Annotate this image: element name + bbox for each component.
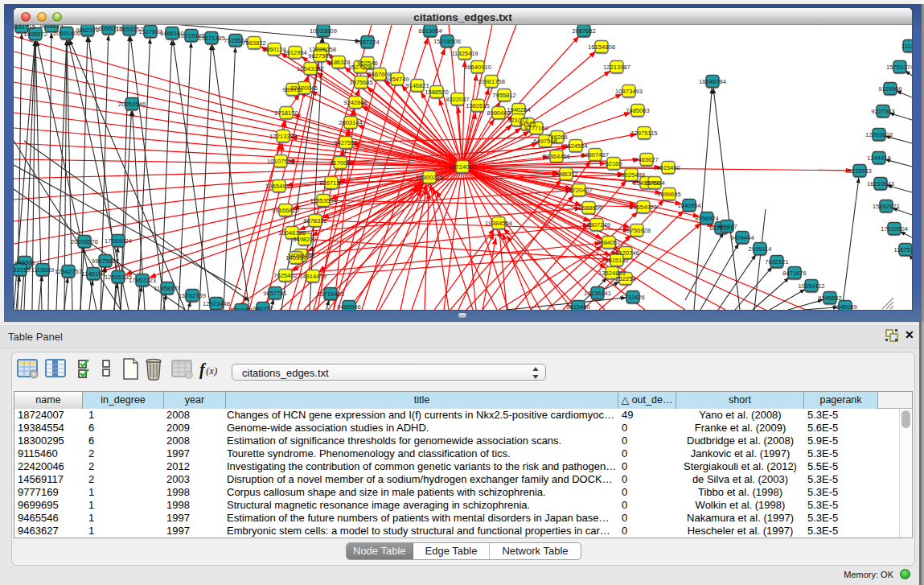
svg-text:12093823: 12093823 [865, 131, 893, 138]
svg-text:7485063: 7485063 [626, 107, 650, 114]
svg-text:1244419: 1244419 [867, 154, 891, 162]
svg-text:(x): (x) [206, 365, 217, 377]
svg-text:15751074: 15751074 [886, 64, 912, 71]
svg-text:9515460: 9515460 [566, 303, 590, 310]
svg-text:12923448: 12923448 [203, 300, 230, 307]
svg-text:8186328: 8186328 [326, 59, 351, 66]
svg-text:14136141: 14136141 [584, 290, 611, 297]
svg-text:20364456: 20364456 [543, 153, 570, 160]
svg-text:10671385: 10671385 [198, 35, 225, 42]
svg-text:3624554: 3624554 [564, 142, 588, 150]
svg-text:20206576: 20206576 [71, 238, 98, 245]
svg-text:10654112: 10654112 [798, 282, 824, 290]
svg-text:9242848: 9242848 [343, 99, 368, 106]
svg-text:19654935: 19654935 [265, 183, 293, 190]
svg-text:252254: 252254 [615, 275, 635, 282]
svg-text:16120746: 16120746 [612, 249, 639, 257]
svg-text:15218506: 15218506 [433, 38, 461, 45]
svg-text:946352: 946352 [253, 305, 273, 310]
svg-text:933159: 933159 [14, 266, 31, 274]
svg-text:2718170: 2718170 [274, 109, 298, 117]
svg-text:948501: 948501 [14, 259, 35, 266]
svg-text:10807487: 10807487 [581, 151, 609, 159]
svg-text:10973493: 10973493 [615, 88, 643, 95]
svg-text:7955812: 7955812 [492, 92, 516, 99]
svg-text:18807249: 18807249 [583, 221, 610, 229]
svg-text:9129966: 9129966 [878, 85, 902, 93]
svg-text:18300215: 18300215 [416, 174, 443, 181]
svg-text:1733426: 1733426 [621, 294, 645, 301]
svg-text:9465546: 9465546 [337, 303, 361, 310]
svg-text:10107553: 10107553 [267, 158, 294, 165]
svg-text:15716485: 15716485 [317, 290, 344, 298]
svg-text:15720407: 15720407 [565, 187, 593, 194]
svg-text:10025488: 10025488 [618, 171, 645, 179]
svg-text:15692971: 15692971 [873, 203, 900, 210]
svg-text:20053546: 20053546 [118, 101, 146, 108]
svg-text:17359924: 17359924 [105, 237, 132, 245]
svg-text:1405572: 1405572 [23, 31, 47, 38]
svg-text:7625402: 7625402 [273, 272, 298, 279]
svg-text:3215933: 3215933 [848, 167, 872, 175]
svg-text:8471676: 8471676 [782, 270, 807, 277]
svg-text:8878332: 8878332 [303, 217, 327, 225]
svg-text:7632621: 7632621 [765, 258, 789, 266]
svg-text:12505135: 12505135 [105, 274, 132, 281]
svg-text:1115689: 1115689 [31, 266, 54, 274]
svg-text:16782759: 16782759 [179, 292, 206, 299]
svg-text:20151715: 20151715 [14, 25, 35, 31]
svg-text:917008: 917008 [330, 159, 350, 167]
svg-text:9515460: 9515460 [656, 164, 680, 171]
svg-text:12213389: 12213389 [269, 133, 297, 140]
svg-text:9463627: 9463627 [634, 156, 659, 163]
svg-text:1940284: 1940284 [507, 106, 531, 113]
svg-text:10688609: 10688609 [575, 204, 602, 212]
svg-text:19166825: 19166825 [272, 207, 299, 214]
svg-text:12975115: 12975115 [630, 130, 657, 137]
svg-text:1362615: 1362615 [466, 102, 490, 109]
svg-text:11325419: 11325419 [451, 50, 478, 57]
svg-text:9857791: 9857791 [263, 290, 287, 297]
svg-text:10961758: 10961758 [478, 78, 505, 85]
svg-text:1145194: 1145194 [82, 270, 105, 278]
svg-text:8912954: 8912954 [283, 49, 307, 56]
svg-text:19384554: 19384554 [485, 220, 512, 227]
svg-text:8958924: 8958924 [695, 215, 719, 222]
svg-text:14914479: 14914479 [299, 273, 326, 280]
svg-text:2087682: 2087682 [572, 27, 596, 35]
svg-text:7857224: 7857224 [355, 39, 380, 46]
svg-text:9777169: 9777169 [524, 125, 548, 132]
svg-text:1588520: 1588520 [425, 89, 449, 96]
svg-text:7986372: 7986372 [554, 171, 578, 178]
svg-text:17010504: 17010504 [881, 225, 908, 233]
svg-text:16543382: 16543382 [297, 65, 324, 72]
svg-text:62160: 62160 [605, 160, 622, 167]
svg-text:11353594: 11353594 [310, 197, 336, 204]
svg-text:17957223: 17957223 [129, 277, 156, 284]
svg-text:1640954: 1640954 [677, 202, 701, 209]
svg-text:16210643: 16210643 [867, 180, 894, 187]
svg-text:9245652: 9245652 [818, 295, 842, 302]
svg-text:18724007: 18724007 [449, 163, 476, 171]
svg-text:9227343: 9227343 [871, 108, 895, 115]
svg-text:11121: 11121 [901, 43, 912, 50]
svg-text:3498222: 3498222 [293, 236, 317, 243]
svg-text:1615132: 1615132 [605, 257, 629, 264]
svg-text:1527602: 1527602 [138, 28, 162, 35]
svg-text:1167534: 1167534 [894, 246, 913, 253]
svg-text:16648784: 16648784 [699, 78, 726, 85]
svg-text:9474444: 9474444 [730, 234, 754, 241]
svg-text:10033809: 10033809 [310, 27, 337, 35]
svg-text:1292251: 1292251 [229, 307, 253, 310]
svg-text:11958107: 11958107 [154, 285, 180, 292]
svg-text:8813054: 8813054 [418, 27, 442, 35]
svg-text:99975887: 99975887 [92, 257, 119, 265]
svg-text:8427552: 8427552 [334, 139, 358, 146]
svg-text:949197: 949197 [717, 223, 737, 230]
svg-text:140994: 140994 [285, 254, 306, 262]
svg-text:9245089: 9245089 [833, 303, 857, 310]
svg-text:6497568: 6497568 [533, 138, 557, 145]
svg-text:9084067: 9084067 [597, 239, 621, 246]
svg-text:154904: 154904 [644, 179, 664, 187]
svg-text:19756928: 19756928 [623, 227, 651, 234]
